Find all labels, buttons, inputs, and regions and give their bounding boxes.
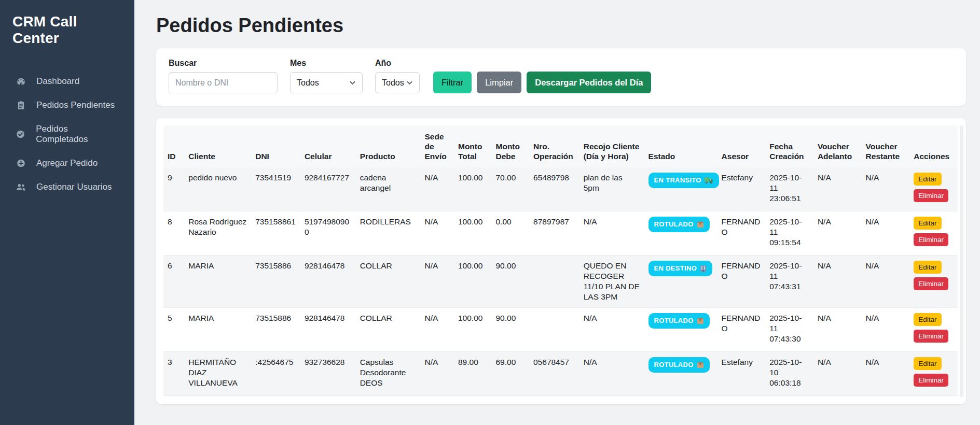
status-label: EN TRANSITO	[654, 175, 701, 186]
cell-voucher-adelanto: N/A	[813, 167, 862, 211]
eliminar-button[interactable]: Eliminar	[914, 189, 948, 202]
mes-select[interactable]: Todos	[290, 72, 363, 93]
col-voucher-adelanto: Voucher Adelanto	[813, 125, 862, 167]
cell-recojo-cliente: QUEDO EN RECOGER 11/10 PLAN DE LAS 3PM	[579, 256, 644, 308]
eliminar-button[interactable]: Eliminar	[914, 374, 948, 387]
sidebar-item-label: Pedidos Completados	[36, 124, 119, 145]
app-title: CRM Call Center	[0, 0, 134, 52]
col-estado: Estado	[644, 125, 717, 167]
cell-id: 9	[163, 167, 184, 211]
cell-sede-envio: N/A	[421, 352, 454, 396]
cell-fecha-creacion: 2025-10-10 06:03:18	[765, 352, 813, 396]
cell-dni: 73515886	[251, 308, 300, 352]
status-badge: EN DESTINO	[648, 261, 712, 276]
cell-acciones: Editar Eliminar	[909, 211, 958, 256]
cell-monto-debe: 0.00	[492, 211, 530, 256]
col-cliente: Cliente	[184, 125, 251, 167]
cell-id: 6	[163, 256, 184, 308]
eliminar-button[interactable]: Eliminar	[914, 330, 948, 343]
descargar-pedidos-button[interactable]: Descargar Pedidos del Día	[527, 72, 651, 93]
cell-nro-operacion	[529, 308, 579, 352]
table-row: 5 MARIA 73515886 928146478 COLLAR N/A 10…	[163, 308, 958, 352]
status-badge: ROTULADO	[648, 313, 710, 329]
filter-panel: Buscar Mes Todos Año Todos Filtrar Limpi…	[156, 48, 966, 106]
status-badge: EN TRANSITO	[648, 173, 719, 188]
cell-cliente: pedido nuevo	[184, 167, 251, 211]
cell-monto-debe: 69.00	[492, 352, 530, 396]
cell-asesor: Estefany	[717, 352, 766, 396]
chevron-down-icon	[406, 79, 413, 86]
limpiar-button[interactable]: Limpiar	[477, 72, 521, 93]
table-row: 8 Rosa Rodríguez Nazario 735158861 51974…	[163, 211, 958, 256]
status-badge: ROTULADO	[648, 357, 710, 373]
search-input[interactable]	[169, 72, 278, 93]
editar-button[interactable]: Editar	[914, 313, 941, 326]
cell-asesor: FERNANDO	[717, 308, 766, 352]
cell-voucher-adelanto: N/A	[813, 256, 862, 308]
cell-fecha-creacion: 2025-10-11 23:06:51	[765, 167, 813, 211]
check-circle-icon	[16, 130, 25, 139]
table-scrollbar[interactable]	[960, 125, 963, 397]
col-dni: DNI	[251, 125, 300, 167]
clipboard-icon	[16, 101, 26, 110]
cell-fecha-creacion: 2025-10-11 07:43:31	[765, 256, 813, 308]
sidebar-item-gestionar-usuarios[interactable]: Gestionar Usuarios	[0, 175, 134, 199]
cell-monto-debe: 90.00	[492, 256, 530, 308]
cell-monto-total: 100.00	[454, 308, 492, 352]
cell-voucher-adelanto: N/A	[813, 211, 862, 256]
filtrar-button[interactable]: Filtrar	[433, 72, 472, 93]
cell-celular: 928146478	[300, 308, 356, 352]
plus-circle-icon	[16, 159, 26, 168]
editar-button[interactable]: Editar	[914, 357, 941, 370]
cell-nro-operacion: 87897987	[529, 211, 579, 256]
editar-button[interactable]: Editar	[914, 217, 941, 230]
editar-button[interactable]: Editar	[914, 261, 941, 274]
cell-cliente: MARIA	[184, 256, 251, 308]
cell-id: 8	[163, 211, 184, 256]
cell-monto-debe: 70.00	[492, 167, 530, 211]
eliminar-button[interactable]: Eliminar	[914, 233, 948, 246]
cell-acciones: Editar Eliminar	[909, 308, 958, 352]
orders-table-card: ID Cliente DNI Celular Producto Sede de …	[156, 118, 966, 404]
cell-producto: RODILLERAS	[356, 211, 421, 256]
sidebar-item-pedidos-pendientes[interactable]: Pedidos Pendientes	[0, 93, 134, 117]
main-content: Pedidos Pendientes Buscar Mes Todos Año …	[134, 0, 980, 425]
table-row: 3 HERMITAÑO DIAZ VILLANUEVA :42564675 93…	[163, 352, 958, 396]
cell-cliente: HERMITAÑO DIAZ VILLANUEVA	[184, 352, 251, 396]
cell-recojo-cliente: N/A	[579, 308, 644, 352]
cell-estado: ROTULADO	[644, 308, 717, 352]
cell-nro-operacion: 65489798	[529, 167, 579, 211]
table-header-row: ID Cliente DNI Celular Producto Sede de …	[163, 125, 958, 167]
col-asesor: Asesor	[717, 125, 766, 167]
ano-select[interactable]: Todos	[375, 72, 420, 93]
col-monto-debe: Monto Debe	[492, 125, 530, 167]
status-badge: ROTULADO	[648, 217, 710, 232]
sidebar-item-dashboard[interactable]: Dashboard	[0, 69, 134, 93]
sidebar-item-agregar-pedido[interactable]: Agregar Pedido	[0, 151, 134, 175]
page-title: Pedidos Pendientes	[156, 15, 966, 37]
cell-voucher-restante: N/A	[862, 352, 910, 396]
cell-acciones: Editar Eliminar	[909, 256, 958, 308]
col-sede-envio: Sede de Envío	[421, 125, 454, 167]
cell-acciones: Editar Eliminar	[909, 167, 958, 211]
cell-sede-envio: N/A	[421, 308, 454, 352]
package-icon	[697, 317, 704, 324]
col-producto: Producto	[356, 125, 421, 167]
ano-select-value: Todos	[382, 78, 404, 88]
cell-asesor: FERNANDO	[717, 256, 766, 308]
sidebar-item-pedidos-completados[interactable]: Pedidos Completados	[0, 117, 134, 151]
gauge-icon	[16, 77, 26, 86]
cell-estado: ROTULADO	[644, 211, 717, 256]
cell-monto-total: 100.00	[454, 211, 492, 256]
cell-sede-envio: N/A	[421, 167, 454, 211]
col-id: ID	[163, 125, 184, 167]
eliminar-button[interactable]: Eliminar	[914, 277, 948, 290]
cell-voucher-adelanto: N/A	[813, 352, 862, 396]
status-label: ROTULADO	[654, 316, 694, 326]
cell-dni: 735158861	[251, 211, 300, 256]
cell-voucher-restante: N/A	[862, 256, 910, 308]
orders-table: ID Cliente DNI Celular Producto Sede de …	[163, 125, 958, 396]
sidebar-item-label: Gestionar Usuarios	[36, 182, 112, 192]
editar-button[interactable]: Editar	[914, 173, 941, 186]
sidebar-item-label: Pedidos Pendientes	[36, 100, 115, 110]
